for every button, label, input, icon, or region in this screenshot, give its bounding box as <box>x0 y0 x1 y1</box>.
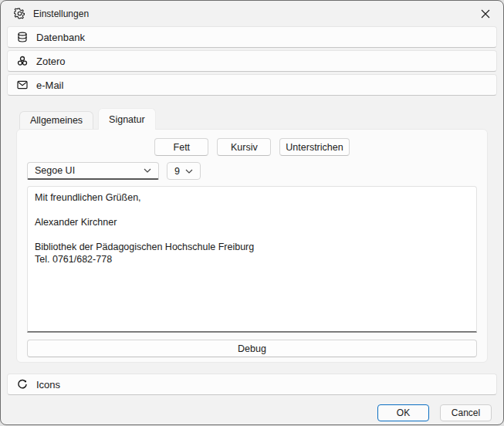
gear-icon <box>14 8 25 19</box>
expander-label: Datenbank <box>36 32 85 43</box>
font-row: Segoe UI 9 <box>27 162 477 180</box>
database-icon <box>16 32 28 42</box>
bold-button[interactable]: Fett <box>154 138 208 156</box>
email-icon <box>16 80 28 90</box>
font-family-select[interactable]: Segoe UI <box>27 162 159 180</box>
expander-label: e-Mail <box>36 79 63 91</box>
signature-textarea[interactable]: Mit freundlichen Grüßen, Alexander Kirch… <box>27 186 477 333</box>
settings-window: Einstellungen Datenbank <box>0 0 504 425</box>
tabstrip: Allgemeines Signatur <box>19 108 503 130</box>
footer: OK Cancel <box>1 397 503 421</box>
window-title: Einstellungen <box>33 8 89 19</box>
format-button-row: Fett Kursiv Unterstrichen <box>27 138 477 156</box>
font-family-value: Segoe UI <box>35 165 75 176</box>
chevron-down-icon <box>144 168 151 173</box>
underline-button[interactable]: Unterstrichen <box>279 138 349 156</box>
ok-button[interactable]: OK <box>377 404 429 421</box>
font-size-select[interactable]: 9 <box>167 162 201 180</box>
chevron-down-icon <box>185 169 193 174</box>
cancel-button[interactable]: Cancel <box>440 404 492 421</box>
titlebar: Einstellungen <box>1 1 503 26</box>
signatur-tab-panel: Fett Kursiv Unterstrichen Segoe UI 9 Mit… <box>16 129 488 363</box>
tab-signatur[interactable]: Signatur <box>98 108 156 130</box>
expander-label: Zotero <box>36 56 66 67</box>
font-size-value: 9 <box>174 166 180 177</box>
expander-icons[interactable]: Icons <box>7 374 497 395</box>
expander-label: Icons <box>36 379 60 390</box>
expander-zotero[interactable]: Zotero <box>7 50 497 72</box>
italic-button[interactable]: Kursiv <box>217 138 271 156</box>
tab-allgemeines[interactable]: Allgemeines <box>19 111 93 130</box>
debug-button[interactable]: Debug <box>27 340 477 357</box>
close-button[interactable] <box>468 1 503 26</box>
close-icon <box>481 9 490 19</box>
zotero-icon <box>16 56 28 66</box>
expander-datenbank[interactable]: Datenbank <box>7 26 497 48</box>
sync-icon <box>16 379 28 390</box>
expander-email[interactable]: e-Mail <box>7 74 497 96</box>
